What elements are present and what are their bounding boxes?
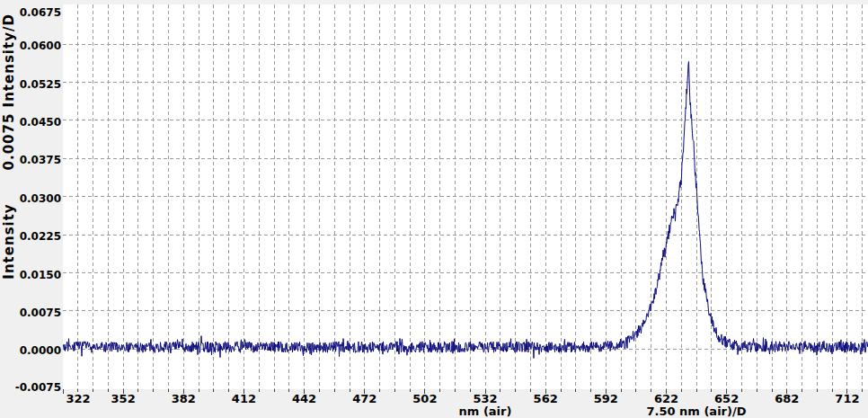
y-tick-label: 0.0375 — [11, 154, 61, 166]
x-tick-label: 622 — [646, 393, 686, 405]
y-tick-label: 0.0600 — [11, 40, 61, 52]
y-tick-label: 0.0525 — [11, 78, 61, 91]
spectrum-chart-window: 0.0075 Intensity/D Intensity nm (air) 7.… — [0, 0, 868, 418]
y-tick-label: -0.0075 — [11, 381, 61, 394]
x-tick-label: 562 — [526, 393, 565, 405]
y-tick-label: 0.0000 — [11, 344, 61, 357]
plot-area[interactable] — [63, 4, 868, 389]
plot-canvas — [63, 4, 868, 389]
x-tick-label: 382 — [164, 393, 203, 405]
x-tick-label: 442 — [285, 393, 324, 405]
y-tick-label: 0.0225 — [11, 230, 61, 243]
y-axis-scale-label: 0.0075 Intensity/D — [2, 32, 17, 171]
x-axis-title: nm (air) — [431, 405, 539, 418]
y-tick-label: 0.0150 — [11, 269, 61, 281]
x-tick-label: 412 — [224, 393, 263, 405]
x-tick-label: 352 — [103, 393, 143, 405]
x-tick-label: 652 — [707, 393, 747, 405]
x-tick-label: 712 — [828, 393, 867, 405]
x-tick-label: 472 — [345, 393, 385, 405]
x-tick-label: 592 — [586, 393, 625, 405]
y-tick-label: 0.0300 — [11, 192, 61, 205]
x-tick-label: 502 — [405, 393, 445, 405]
y-tick-label: 0.0075 — [11, 307, 61, 319]
x-axis-scale-label: 7.50 nm (air)/D — [616, 405, 777, 418]
x-tick-label: 322 — [58, 393, 98, 405]
x-tick-label: 532 — [465, 393, 505, 405]
y-tick-label: 0.0675 — [11, 6, 61, 19]
y-tick-label: 0.0450 — [11, 116, 61, 129]
x-tick-label: 682 — [767, 393, 807, 405]
